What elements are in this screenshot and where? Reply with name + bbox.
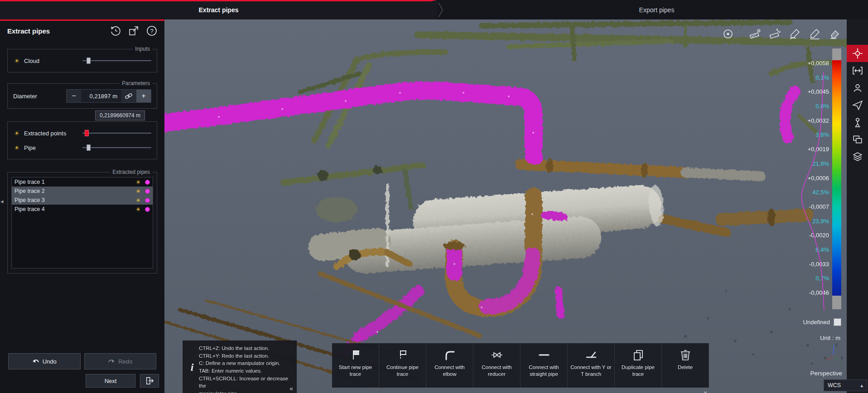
diameter-label: Diameter xyxy=(13,93,63,100)
inputs-group: Inputs ☀ Cloud xyxy=(7,49,157,72)
toolbar-button-label: Connect with elbow xyxy=(426,364,473,378)
undo-button[interactable]: Undo xyxy=(8,353,81,369)
shortcut-help-box: i CTRL+Z: Undo the last action. CTRL+Y: … xyxy=(183,340,297,393)
color-scale-gradient xyxy=(832,60,841,296)
diameter-value[interactable]: 0,21897 m xyxy=(81,90,121,102)
extracted-pipes-group: Extracted pipes Pipe trace 1 ☀ Pipe trac… xyxy=(7,172,157,273)
diameter-row: Diameter − 0,21897 m + xyxy=(13,89,151,103)
pipe-label: Pipe xyxy=(24,144,79,151)
color-scale-bar[interactable] xyxy=(832,48,841,309)
fly-through-icon[interactable] xyxy=(847,96,868,114)
tab-extract-pipes-label: Extract pipes xyxy=(199,6,239,14)
layers-view-icon[interactable] xyxy=(847,148,868,165)
wizard-footer: Next xyxy=(5,374,159,388)
visibility-bulb-icon[interactable]: ☀ xyxy=(13,130,20,137)
tab-export-pipes[interactable]: Export pipes xyxy=(445,0,868,19)
help-line: C: Define a new manipulator origin. xyxy=(199,359,293,367)
color-scale-cap-bottom xyxy=(832,296,841,309)
legend-tick: +0,0058 xyxy=(803,60,829,66)
pipe-opacity-slider[interactable] xyxy=(82,144,151,151)
plumb-origin-icon[interactable] xyxy=(847,114,868,131)
list-item[interactable]: Pipe trace 1 ☀ xyxy=(12,177,153,187)
cloud-opacity-slider[interactable] xyxy=(82,57,151,64)
zoom-fit-icon[interactable] xyxy=(847,62,868,79)
pipe-row: ☀ Pipe xyxy=(13,142,151,153)
diameter-increase-button[interactable]: + xyxy=(136,90,151,102)
viewports-icon[interactable] xyxy=(847,131,868,148)
trace-color-swatch[interactable] xyxy=(145,198,150,203)
start-new-pipe-trace-button[interactable]: Start new pipe trace xyxy=(332,343,379,388)
collapse-help-icon[interactable]: « xyxy=(289,385,293,392)
tab-extract-pipes[interactable]: Extract pipes xyxy=(0,0,437,19)
continue-pipe-trace-button[interactable]: Continue pipe trace xyxy=(379,343,426,388)
legend-ticks: +0,0058 0,1% +0,0045 0,8% +0,0032 3,8% +… xyxy=(803,60,829,296)
connect-with-elbow-button[interactable]: Connect with elbow xyxy=(426,343,473,388)
slider-handle[interactable] xyxy=(87,144,91,151)
collapse-toolbar-icon[interactable]: ⌄ xyxy=(703,387,708,393)
list-item[interactable]: Pipe trace 3 ☀ xyxy=(12,196,153,205)
measure-pipe-icon[interactable] xyxy=(748,27,762,41)
edit-freehand-icon[interactable] xyxy=(808,27,822,41)
slider-handle[interactable] xyxy=(85,130,89,136)
extract-pipes-panel: Extract pipes ? Inputs xyxy=(0,19,164,393)
connect-with-reducer-button[interactable]: Connect with reducer xyxy=(473,343,521,388)
undefined-row: Undefined xyxy=(803,318,841,326)
diameter-link-icon[interactable] xyxy=(121,90,136,102)
slider-handle[interactable] xyxy=(87,58,91,64)
undo-redo-row: Undo Redo xyxy=(8,353,156,369)
display-sliders-group: ☀ Extracted points ☀ Pipe xyxy=(7,121,157,159)
trace-color-swatch[interactable] xyxy=(145,180,150,185)
slider-track xyxy=(82,60,151,61)
undefined-color-swatch[interactable] xyxy=(834,318,841,326)
list-item[interactable]: Pipe trace 2 ☀ xyxy=(12,187,153,196)
export-scene-icon[interactable] xyxy=(127,24,140,37)
svg-text:?: ? xyxy=(150,28,153,34)
collapse-panel-icon[interactable]: ◂ xyxy=(0,198,4,205)
axis-x-label: x xyxy=(824,355,826,360)
undefined-label: Undefined xyxy=(803,319,830,326)
projection-mode-label[interactable]: Perspective xyxy=(810,370,842,377)
eraser-icon[interactable] xyxy=(828,27,842,41)
next-label: Next xyxy=(105,378,117,384)
trace-color-swatch[interactable] xyxy=(145,189,150,194)
connect-with-branch-button[interactable]: Connect with Y or T branch xyxy=(568,343,615,388)
connect-with-straight-pipe-button[interactable]: Connect with straight pipe xyxy=(521,343,568,388)
reset-history-icon[interactable] xyxy=(109,24,122,37)
extracted-points-slider[interactable] xyxy=(82,129,151,137)
move-manipulator-icon[interactable] xyxy=(847,45,868,62)
redo-button[interactable]: Redo xyxy=(84,353,157,369)
next-button[interactable]: Next xyxy=(86,374,135,388)
legend-tick: 23,9% xyxy=(803,218,829,224)
camera-viewpoint-icon[interactable] xyxy=(847,79,868,96)
visibility-bulb-icon[interactable]: ☀ xyxy=(135,206,142,213)
pipe-trace-list: Pipe trace 1 ☀ Pipe trace 2 ☀ Pipe trace… xyxy=(11,177,153,268)
trace-color-swatch[interactable] xyxy=(145,207,150,212)
visibility-bulb-icon[interactable]: ☀ xyxy=(135,188,142,195)
toolbar-button-label: Connect with Y or T branch xyxy=(568,364,614,378)
visibility-bulb-icon[interactable]: ☀ xyxy=(135,197,142,204)
help-icon[interactable]: ? xyxy=(145,24,158,37)
diameter-decrease-button[interactable]: − xyxy=(67,90,81,102)
axis-triad: z y x xyxy=(823,341,844,364)
3d-viewport[interactable]: +0,0058 0,1% +0,0045 0,8% +0,0032 3,8% +… xyxy=(164,19,847,393)
list-item[interactable]: Pipe trace 4 ☀ xyxy=(12,205,153,214)
axis-y-label: y xyxy=(841,355,843,360)
visibility-bulb-icon[interactable]: ☀ xyxy=(13,58,20,64)
view-toolbar xyxy=(847,19,868,393)
target-circle-icon[interactable] xyxy=(721,27,735,41)
exit-step-button[interactable] xyxy=(140,374,159,388)
duplicate-pipe-trace-button[interactable]: Duplicate pipe trace xyxy=(615,343,662,388)
visibility-bulb-icon[interactable]: ☀ xyxy=(13,144,20,151)
coordinate-system-dropdown[interactable]: WCS ▴ xyxy=(824,379,867,391)
edit-pipe-icon[interactable] xyxy=(788,27,802,41)
delete-button[interactable]: Delete xyxy=(662,343,709,388)
visibility-bulb-icon[interactable]: ☀ xyxy=(135,179,142,186)
toolbar-button-label: Delete xyxy=(676,364,694,371)
measure-length-icon[interactable] xyxy=(768,27,782,41)
chevron-up-icon: ▴ xyxy=(860,383,863,388)
unit-label: Unit : m xyxy=(820,335,840,341)
panel-title: Extract pipes xyxy=(7,27,104,35)
tab-divider-chevron-icon xyxy=(437,0,445,19)
viewport-tools xyxy=(721,27,842,41)
legend-tick: -0,0007 xyxy=(803,204,829,210)
